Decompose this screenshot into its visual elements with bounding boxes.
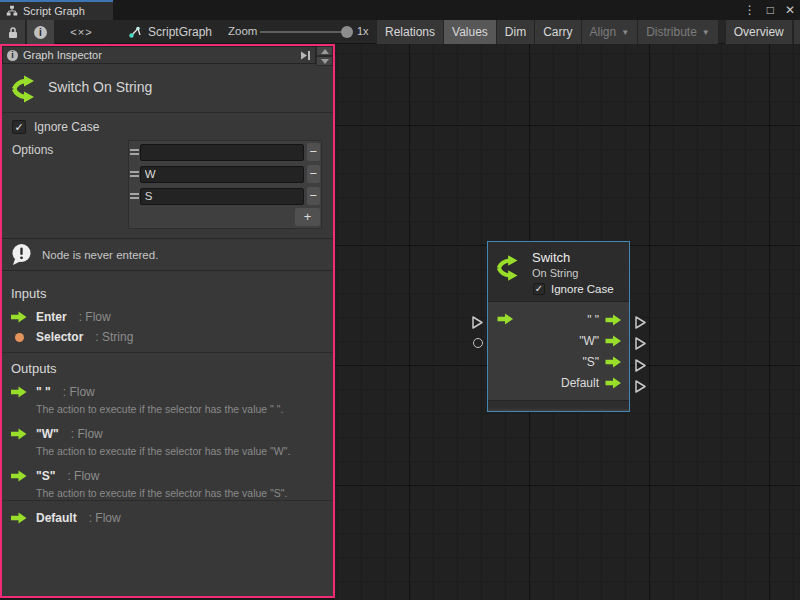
port-description: The action to execute if the selector ha… [2, 444, 333, 466]
options-list: − − − + [128, 140, 322, 229]
output-port-label: " " [587, 313, 599, 327]
inspector-toggle-button[interactable]: i [27, 20, 55, 44]
graph-hierarchy-icon [6, 5, 18, 17]
port-name: Default [36, 511, 77, 525]
scroll-up-button[interactable] [316, 46, 333, 56]
lock-button[interactable] [0, 20, 26, 44]
overview-button[interactable]: Overview [725, 20, 793, 44]
input-port-enter: Enter : Flow [2, 307, 333, 327]
script-graph-asset-icon [128, 25, 142, 39]
port-description: The action to execute if the selector ha… [2, 486, 333, 508]
port-type: : String [95, 330, 133, 344]
port-description: The action to execute if the selector ha… [2, 402, 333, 424]
flow-arrow-icon[interactable] [605, 314, 622, 326]
ignore-case-checkbox[interactable]: ✓ [12, 120, 26, 134]
chevron-down-icon: ▼ [702, 28, 710, 37]
graph-name-label: ScriptGraph [148, 25, 212, 39]
port-name: " " [36, 385, 51, 399]
options-label: Options [12, 143, 53, 157]
add-option-button[interactable]: + [295, 208, 320, 226]
external-value-input-port[interactable] [473, 338, 483, 348]
node-body: " " "W" "S" Defaul [488, 301, 629, 400]
lock-icon [7, 26, 19, 39]
zoom-label: Zoom [228, 25, 257, 37]
node-ignore-case-field: ✓ Ignore Case [533, 283, 614, 295]
inputs-section: Inputs Enter : Flow Selector : String [2, 278, 333, 347]
selected-node-title-section: Switch On String [2, 64, 333, 113]
port-name: "S" [36, 469, 55, 483]
remove-option-button[interactable]: − [307, 187, 320, 205]
switch-node-icon [495, 253, 525, 287]
input-port-selector: Selector : String [2, 327, 333, 347]
external-flow-output-port[interactable] [634, 315, 647, 334]
ignore-case-checkbox[interactable]: ✓ [533, 283, 545, 295]
flow-arrow-icon[interactable] [605, 377, 622, 389]
option-row: − [129, 141, 321, 163]
title-bar: Script Graph ⋮ □ ✕ [0, 0, 800, 20]
port-type: : Flow [89, 511, 121, 525]
output-port-w: "W" : Flow [2, 424, 333, 444]
info-icon: i [34, 26, 47, 39]
window-menu-icon[interactable]: ⋮ [744, 0, 756, 20]
output-port-label: Default [561, 376, 599, 390]
port-type: : Flow [63, 385, 95, 399]
enter-flow-port[interactable] [497, 311, 514, 329]
drag-handle-icon[interactable] [129, 149, 140, 155]
zoom-slider-track[interactable] [260, 31, 350, 33]
distribute-label: Distribute [646, 25, 697, 39]
tab-script-graph[interactable]: Script Graph [0, 0, 113, 20]
remove-option-button[interactable]: − [307, 165, 320, 183]
align-dropdown[interactable]: Align ▼ [581, 20, 638, 44]
external-flow-output-port[interactable] [634, 358, 647, 377]
flow-arrow-icon[interactable] [605, 356, 622, 368]
external-flow-input-port[interactable] [471, 315, 484, 334]
inspector-header: i Graph Inspector [2, 46, 316, 64]
flow-arrow-icon [11, 428, 27, 440]
inspector-title: Graph Inspector [23, 49, 102, 61]
port-name: Selector [36, 330, 83, 344]
warning-text: Node is never entered. [42, 249, 158, 261]
dim-button[interactable]: Dim [496, 20, 534, 44]
option-input-0[interactable] [140, 144, 304, 161]
graph-toolbar: i <×> ScriptGraph Zoom 1x Relations Valu… [0, 20, 800, 44]
switch-node-icon [10, 73, 42, 109]
external-flow-output-port[interactable] [634, 336, 647, 355]
option-input-1[interactable] [140, 166, 304, 183]
port-name: "W" [36, 427, 59, 441]
option-input-2[interactable] [140, 188, 304, 205]
code-view-button[interactable]: <×> [58, 20, 106, 44]
window-maximize-icon[interactable]: □ [767, 0, 774, 20]
zoom-slider-handle[interactable] [341, 26, 353, 38]
port-type: : Flow [71, 427, 103, 441]
drag-handle-icon[interactable] [129, 171, 140, 177]
values-button[interactable]: Values [443, 20, 496, 44]
port-type: : Flow [67, 469, 99, 483]
outputs-section: Outputs " " : Flow The action to execute… [2, 352, 333, 528]
flow-arrow-icon [11, 311, 27, 323]
node-port-row: "W" [488, 330, 629, 351]
node-port-row: " " [488, 309, 629, 330]
ignore-case-label: Ignore Case [551, 283, 614, 295]
switch-on-string-node[interactable]: Switch On String ✓ Ignore Case " " [487, 241, 630, 412]
full-screen-button[interactable]: Full Screen [793, 20, 800, 44]
window-close-icon[interactable]: ✕ [785, 0, 795, 20]
distribute-dropdown[interactable]: Distribute ▼ [637, 20, 718, 44]
dock-icon[interactable] [299, 50, 311, 61]
flow-arrow-icon [11, 386, 27, 398]
flow-arrow-icon[interactable] [605, 335, 622, 347]
output-port-label: "S" [582, 355, 599, 369]
inputs-header: Inputs [2, 278, 333, 307]
graph-canvas[interactable]: Switch On String ✓ Ignore Case " " [335, 44, 800, 600]
option-row: − [129, 163, 321, 185]
carry-button[interactable]: Carry [534, 20, 580, 44]
ignore-case-label: Ignore Case [34, 120, 99, 134]
drag-handle-icon[interactable] [129, 193, 140, 199]
external-flow-output-port[interactable] [634, 379, 647, 398]
relations-button[interactable]: Relations [376, 20, 443, 44]
add-option-row: + [129, 207, 321, 228]
node-header[interactable]: Switch On String ✓ Ignore Case [488, 242, 629, 301]
remove-option-button[interactable]: − [307, 143, 320, 161]
info-icon: i [7, 50, 18, 61]
graph-breadcrumb[interactable]: ScriptGraph [128, 20, 212, 44]
warning-bubble-icon [10, 243, 33, 266]
